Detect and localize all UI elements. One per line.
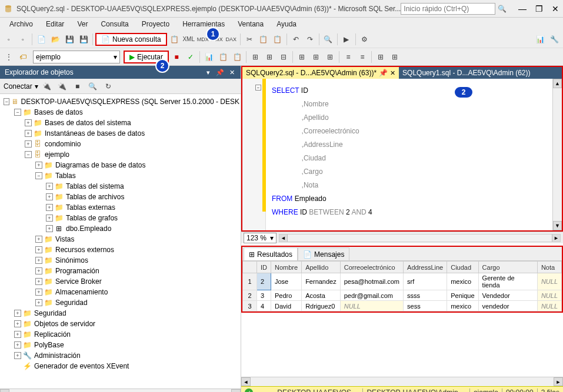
stop-icon[interactable]: ■ xyxy=(170,51,183,63)
connect-label[interactable]: Conectar xyxy=(4,82,32,91)
cell[interactable]: Fernandez xyxy=(302,273,341,290)
collapse-icon[interactable]: − xyxy=(255,85,261,91)
menu-proyecto[interactable]: Proyecto xyxy=(136,19,175,29)
toolbar-icon-2[interactable]: 🔍 xyxy=(322,33,335,46)
toolbar2-icon-11[interactable]: ⊞ xyxy=(324,51,337,63)
toolbar2-icon-6[interactable]: ⊞ xyxy=(249,51,262,63)
vertical-scrollbar[interactable]: ▲▼ xyxy=(552,79,562,230)
tree-node[interactable]: +📁Service Broker xyxy=(1,276,239,287)
tree-node[interactable]: +🔧Administración xyxy=(1,350,239,361)
toolbar-dax-icon[interactable]: DAX xyxy=(225,33,238,46)
editor-tab-inactive[interactable]: SQLQuery1.sql - D...AE5VQ\Admin (62)) xyxy=(399,67,534,79)
col-ciudad[interactable]: Ciudad xyxy=(447,262,478,273)
editor-tab-active[interactable]: SQLQuery2.sql - D...AE5VQ\Admin (63))* 📌… xyxy=(242,67,399,79)
toolbar2-icon-3[interactable]: 📊 xyxy=(202,51,215,63)
cell[interactable]: NULL xyxy=(537,301,561,311)
cell[interactable]: 4 xyxy=(257,301,271,311)
cell[interactable]: 2 xyxy=(243,290,257,301)
tree-node[interactable]: +📁Tablas de grafos xyxy=(1,213,239,223)
tree-empleado-node[interactable]: +⊞dbo.Empleado xyxy=(1,223,239,234)
cell[interactable]: NULL xyxy=(537,273,561,290)
col-cargo[interactable]: Cargo xyxy=(478,262,537,273)
cell[interactable]: Pedro xyxy=(271,290,302,301)
toolbar2-icon-8[interactable]: ⊟ xyxy=(277,51,290,63)
cell[interactable]: Penique xyxy=(447,290,478,301)
col-rownum[interactable] xyxy=(243,262,257,273)
restore-button[interactable]: ❐ xyxy=(535,5,543,13)
toolbar2-icon-10[interactable]: ⊞ xyxy=(309,51,322,63)
chevron-down-icon[interactable]: ▾ xyxy=(35,82,38,91)
cell[interactable]: NULL xyxy=(340,301,403,311)
pin-icon[interactable]: 📌 xyxy=(379,69,388,77)
tree-node[interactable]: +📁PolyBase xyxy=(1,340,239,350)
tree-node[interactable]: +📁Seguridad xyxy=(1,308,239,319)
tree-node[interactable]: +📁Almacenamiento xyxy=(1,287,239,297)
tree-node[interactable]: +📁Tablas del sistema xyxy=(1,181,239,192)
col-id[interactable]: ID xyxy=(257,262,271,273)
horizontal-scrollbar[interactable]: ◄► xyxy=(241,377,563,386)
minimize-button[interactable]: — xyxy=(518,5,527,13)
cell[interactable]: 3 xyxy=(257,290,271,301)
new-query-button[interactable]: 📄 Nueva consulta xyxy=(95,33,167,46)
menu-ventana[interactable]: Ventana xyxy=(232,19,269,29)
tree-node[interactable]: +📁Bases de datos del sistema xyxy=(1,118,239,128)
copy-icon[interactable]: 📋 xyxy=(257,33,270,46)
toolbar2-icon-4[interactable]: 📋 xyxy=(216,51,229,63)
toolbar-xml-icon[interactable]: XML xyxy=(182,33,195,46)
filter-icon[interactable]: 🔍 xyxy=(86,80,99,93)
tree-ejemplo-node[interactable]: −🗄ejemplo xyxy=(1,149,239,160)
undo-icon[interactable]: ↶ xyxy=(289,33,302,46)
cell[interactable]: ssss xyxy=(404,290,447,301)
tree-node[interactable]: +📁Diagramas de base de datos xyxy=(1,160,239,170)
tree-node[interactable]: +📁Vistas xyxy=(1,234,239,244)
save-all-icon[interactable]: 💾 xyxy=(77,33,90,46)
tree-node[interactable]: +📁Recursos externos xyxy=(1,244,239,255)
cell[interactable]: Acosta xyxy=(302,290,341,301)
cut-icon[interactable]: ✂ xyxy=(243,33,256,46)
tree-node[interactable]: +📁Tablas de archivos xyxy=(1,192,239,202)
col-apellido[interactable]: Apellido xyxy=(302,262,341,273)
parse-icon[interactable]: ✓ xyxy=(184,51,197,63)
cell[interactable]: mexico xyxy=(447,273,478,290)
cell[interactable]: mexico xyxy=(447,301,478,311)
open-icon[interactable]: 📂 xyxy=(49,33,62,46)
cell[interactable]: Rdriguez0 xyxy=(302,301,341,311)
object-tree[interactable]: −🖥DESKTOP-UAAE5VQ\SQLEXPRESS (SQL Server… xyxy=(0,94,241,388)
col-nombre[interactable]: Nombre xyxy=(271,262,302,273)
toolbar2-icon-13[interactable]: ≡ xyxy=(356,51,369,63)
tree-node[interactable]: +📁Objetos de servidor xyxy=(1,319,239,329)
quick-search-input[interactable] xyxy=(401,3,495,15)
toolbar-icon[interactable]: 📋 xyxy=(168,33,181,46)
cell[interactable]: 3 xyxy=(243,301,257,311)
tab-resultados[interactable]: ⊞ Resultados xyxy=(244,247,298,260)
close-tab-icon[interactable]: ✕ xyxy=(390,69,395,77)
toolbar2-icon-12[interactable]: ≡ xyxy=(342,51,355,63)
table-row[interactable]: 23PedroAcostapedr@gmail.comssssPeniqueVe… xyxy=(243,290,562,301)
toolbar2-icon-7[interactable]: ⊞ xyxy=(263,51,276,63)
menu-editar[interactable]: Editar xyxy=(40,19,70,29)
cell[interactable]: sess xyxy=(404,301,447,311)
tree-node[interactable]: +📁Replicación xyxy=(1,329,239,340)
cell[interactable]: David xyxy=(271,301,302,311)
cell[interactable]: Jose xyxy=(271,273,302,290)
disconnect-icon[interactable]: 🔌 xyxy=(56,80,69,93)
tree-tablas-node[interactable]: −📁Tablas xyxy=(1,170,239,181)
cell[interactable]: vendedor xyxy=(478,301,537,311)
col-address[interactable]: AddressLine xyxy=(404,262,447,273)
cell[interactable]: pesa@hotmail.com xyxy=(340,273,403,290)
menu-consulta[interactable]: Consulta xyxy=(95,19,134,29)
tree-databases-node[interactable]: −📁Bases de datos xyxy=(1,107,239,118)
cell[interactable]: pedr@gmail.com xyxy=(340,290,403,301)
toolbar-end-icon[interactable]: 📊 xyxy=(534,33,547,46)
results-grid[interactable]: ID Nombre Apellido Correoelectrónico Add… xyxy=(242,261,562,311)
cell[interactable]: Vendedor xyxy=(478,290,537,301)
horizontal-scrollbar[interactable]: ◄► xyxy=(0,388,241,392)
toolbar2-icon-14[interactable]: ⊞ xyxy=(374,51,387,63)
table-row[interactable]: 34DavidRdriguez0NULLsessmexicovendedorNU… xyxy=(243,301,562,311)
toolbar2-icon-5[interactable]: 📋 xyxy=(231,51,244,63)
toolbar-icon-4[interactable]: ⚙ xyxy=(358,33,371,46)
tree-node[interactable]: +📁Programación xyxy=(1,266,239,276)
horizontal-scrollbar[interactable]: ◄► xyxy=(279,234,561,242)
toolbar2-icon-1[interactable]: ⋮ xyxy=(2,51,15,63)
search-icon[interactable]: 🔍 xyxy=(498,5,507,13)
